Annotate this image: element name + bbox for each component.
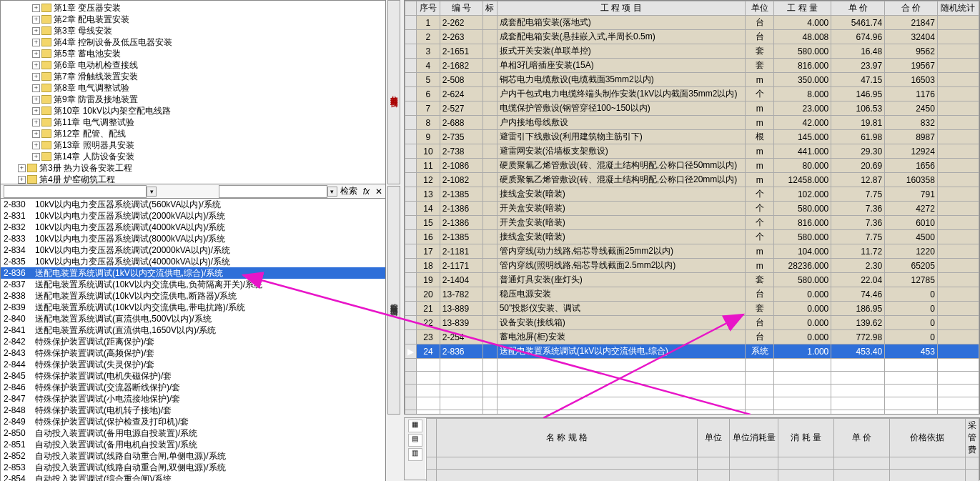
table-row[interactable]	[405, 359, 979, 372]
search-input-2[interactable]	[219, 185, 327, 198]
table-row[interactable]: 32-1651扳式开关安装(单联单控)套580.00016.489562	[405, 44, 979, 59]
list-item[interactable]: 2-83010kV以内电力变压器系统调试(560kVA以内)/系统	[1, 199, 385, 210]
table-row[interactable]: 82-688户内接地母线敷设m42.00019.81832	[405, 116, 979, 130]
table-row[interactable]: 232-254蓄电池屏(柜)安装台0.000772.980	[405, 330, 979, 344]
list-item[interactable]: 2-853自动投入装置调试(线路自动重合闸,双侧电源)/系统	[1, 462, 385, 473]
table-row[interactable]	[405, 385, 979, 397]
tree-node[interactable]: +第11章 电气调整试验	[1, 116, 385, 128]
col-seq[interactable]: 序号	[417, 1, 440, 16]
list-item[interactable]: 2-852自动投入装置调试(线路自动重合闸,单侧电源)/系统	[1, 450, 385, 462]
tree-node[interactable]: +第5章 蓄电池安装	[1, 48, 385, 59]
expand-icon[interactable]: +	[32, 130, 40, 138]
tree-node[interactable]: +第3章 母线安装	[1, 25, 385, 36]
tree-node[interactable]: +第9章 防雷及接地装置	[1, 94, 385, 105]
table-row[interactable]: 122-1082硬质聚氯乙烯管敷设(砖、混凝土结构明配,公称口径20mm以内)m…	[405, 173, 979, 187]
list-item[interactable]: 2-847特殊保护装置调试(小电流接地保护)/套	[1, 393, 385, 405]
tool-icon-3[interactable]: ▥	[408, 448, 422, 461]
list-item[interactable]: 2-850自动投入装置调试(备用电源自投装置)/系统	[1, 427, 385, 439]
expand-icon[interactable]: +	[32, 107, 40, 115]
table-row[interactable]	[405, 372, 979, 385]
tree-node[interactable]: +第1章 变压器安装	[1, 2, 385, 14]
expand-icon[interactable]: +	[32, 96, 40, 104]
tree-node[interactable]: +第6章 电动机检查接线	[1, 59, 385, 71]
tree-node[interactable]: +第13章 照明器具安装	[1, 139, 385, 151]
expand-icon[interactable]: +	[32, 16, 40, 24]
dropdown-icon-2[interactable]: ▾	[327, 187, 337, 197]
table-row[interactable]	[405, 410, 979, 415]
tree-node[interactable]: +第10章 10kV以内架空配电线路	[1, 105, 385, 116]
list-item[interactable]: 2-842特殊保护装置调试(距离保护)/套	[1, 336, 385, 347]
dropdown-icon[interactable]: ▾	[147, 187, 157, 197]
tool-icon-2[interactable]: ▤	[408, 434, 422, 447]
table-row[interactable]: 42-1682单相3孔暗插座安装(15A)套816.00023.9719567	[405, 59, 979, 73]
expand-icon[interactable]: +	[32, 84, 40, 92]
tree-node[interactable]: +第4册 炉窑砌筑工程	[1, 174, 385, 184]
list-item[interactable]: 2-838送配电装置系统调试(10kV以内交流供电,断路器)/系统	[1, 290, 385, 302]
expand-icon[interactable]: +	[32, 119, 40, 127]
list-item[interactable]: 2-83510kV以内电力变压器系统调试(40000kVA以内)/系统	[1, 256, 385, 267]
col-qty[interactable]: 工 程 量	[774, 1, 831, 16]
expand-icon[interactable]: +	[32, 50, 40, 58]
bcol-src[interactable]: 采管费	[966, 419, 979, 457]
main-grid[interactable]: 序号 编 号 标 工 程 项 目 单位 工 程 量 单 价 合 价 随机统计 1…	[405, 1, 979, 415]
list-item[interactable]: 2-854自动投入装置调试(综合重合闸)/系统	[1, 473, 385, 481]
table-row[interactable]: 162-1385接线盒安装(暗装)个580.0007.754500	[405, 230, 979, 244]
tree-node[interactable]: +第14章 人防设备安装	[1, 151, 385, 162]
table-row[interactable]: 52-508铜芯电力电缆敷设(电缆截面35mm2以内)m350.00047.15…	[405, 73, 979, 87]
col-unit[interactable]: 单位	[746, 1, 774, 16]
table-row[interactable]: 102-738避雷网安装(沿墙板支架敷设)m441.00029.3012924	[405, 144, 979, 159]
list-item[interactable]: 2-840送配电装置系统调试(直流供电,500V以内)/系统	[1, 313, 385, 324]
list-item[interactable]: 2-845特殊保护装置调试(电机失磁保护)/套	[1, 370, 385, 382]
bcol-name[interactable]: 名 称 规 格	[436, 419, 698, 457]
tool-icon-1[interactable]: ▦	[408, 420, 422, 432]
table-row[interactable]	[405, 397, 979, 410]
expand-icon[interactable]: +	[32, 39, 40, 46]
expand-icon[interactable]: +	[18, 176, 26, 184]
col-rand[interactable]: 随机统计	[937, 1, 979, 16]
vtab-bottom[interactable]: 按索引计取的造价项目	[387, 186, 400, 415]
table-row[interactable]: 2013-782稳压电源安装台0.00074.460	[405, 287, 979, 302]
list-item[interactable]: 2-844特殊保护装置调试(失灵保护)/套	[1, 359, 385, 370]
expand-icon[interactable]: +	[32, 73, 40, 81]
fx-icon[interactable]: fx	[363, 187, 370, 197]
list-item[interactable]: 2-848特殊保护装置调试(电机转子接地)/套	[1, 405, 385, 416]
table-row[interactable]: 62-624户内干包式电力电缆终端头制作安装(1kV以内截面35mm2以内)个8…	[405, 87, 979, 101]
list-item[interactable]: 2-83310kV以内电力变压器系统调试(8000kVA以内)/系统	[1, 233, 385, 244]
table-row[interactable]: 182-1171管内穿线(照明线路,铝芯导线截面2.5mm2以内)m28236.…	[405, 259, 979, 273]
chapter-tree[interactable]: +第1章 变压器安装+第2章 配电装置安装+第3章 母线安装+第4章 控制设备及…	[1, 1, 385, 184]
table-row[interactable]: ▶242-836送配电装置系统调试(1kV以内交流供电,综合)系统1.00045…	[405, 344, 979, 359]
bcol-basis[interactable]: 价格依据	[889, 419, 965, 457]
col-name[interactable]: 工 程 项 目	[497, 1, 745, 16]
table-row[interactable]: 12-262成套配电箱安装(落地式)台4.0005461.7421847	[405, 16, 979, 30]
list-item[interactable]: 2-839送配电装置系统调试(10kV以内交流供电,带电抗路)/系统	[1, 302, 385, 313]
tree-node[interactable]: +第7章 滑触线装置安装	[1, 71, 385, 82]
expand-icon[interactable]: +	[18, 164, 26, 172]
list-item[interactable]: 2-843特殊保护装置调试(高频保护)/套	[1, 347, 385, 359]
expand-icon[interactable]: +	[32, 27, 40, 35]
tree-node[interactable]: +第3册 热力设备安装工程	[1, 162, 385, 174]
bcol-qty[interactable]: 消 耗 量	[778, 419, 834, 457]
expand-icon[interactable]: +	[32, 4, 40, 12]
clear-icon[interactable]: ✕	[375, 187, 382, 197]
table-row[interactable]: 112-1086硬质聚氯乙烯管敷设(砖、混凝土结构明配,公称口径50mm以内)m…	[405, 159, 979, 173]
expand-icon[interactable]: +	[32, 142, 40, 149]
list-item[interactable]: 2-836送配电装置系统调试(1kV以内交流供电,综合)/系统	[1, 267, 385, 279]
list-item[interactable]: 2-83110kV以内电力变压器系统调试(2000kVA以内)/系统	[1, 210, 385, 222]
expand-icon[interactable]: +	[32, 61, 40, 69]
table-row[interactable]: 22-263成套配电箱安装(悬挂嵌入式,半周长0.5m)台48.008674.9…	[405, 30, 979, 44]
table-row[interactable]: 192-1404普通灯具安装(座灯头)套580.00022.0412785	[405, 273, 979, 287]
bcol-cons[interactable]: 单位消耗量	[730, 419, 778, 457]
table-row[interactable]: 92-735避雷引下线敷设(利用建筑物主筋引下)根145.00061.98898…	[405, 130, 979, 144]
search-input[interactable]	[4, 185, 147, 198]
table-row[interactable]: 72-527电缆保护管敷设(钢管穿径100~150以内)m23.000106.5…	[405, 101, 979, 116]
bcol-price[interactable]: 单 价	[833, 419, 889, 457]
table-row[interactable]: 2213-839设备安装(接线箱)台0.000139.620	[405, 316, 979, 330]
list-item[interactable]: 2-841送配电装置系统调试(直流供电,1650V以内)/系统	[1, 324, 385, 336]
table-row[interactable]: 2113-88950"投影仪安装、调试套0.000186.950	[405, 302, 979, 316]
table-row[interactable]: 152-1386开关盒安装(暗装)个816.0007.366010	[405, 216, 979, 230]
item-list[interactable]: 2-83010kV以内电力变压器系统调试(560kVA以内)/系统2-83110…	[1, 199, 385, 481]
col-code[interactable]: 编 号	[440, 1, 482, 16]
col-mark[interactable]: 标	[483, 1, 498, 16]
vtab-top[interactable]: 分部分项工程项目	[387, 0, 400, 184]
list-item[interactable]: 2-851自动投入装置调试(备用电机自投装置)/系统	[1, 439, 385, 450]
